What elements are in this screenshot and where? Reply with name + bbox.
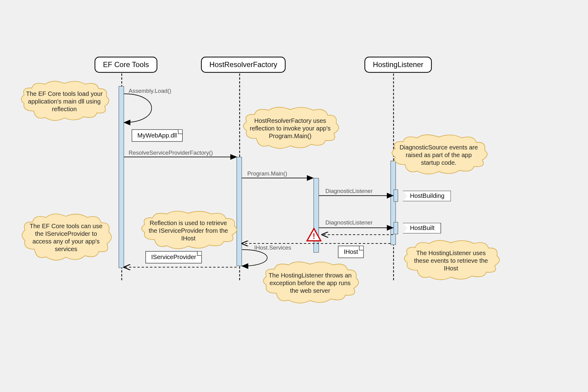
activation-program-main <box>314 178 319 253</box>
flag-hostbuilding: HostBuilding <box>403 191 451 202</box>
participant-hosting-listener: HostingListener <box>364 57 432 73</box>
participant-ef-core-tools: EF Core Tools <box>95 57 157 73</box>
cloud-retrieve-ihost: The HostingListener uses these events to… <box>401 240 501 282</box>
arrows-overlay: ! <box>0 0 588 392</box>
participant-label: HostResolverFactory <box>209 61 277 69</box>
cloud-text: Reflection is used to retrieve the IServ… <box>146 219 231 242</box>
activation-ef-core <box>119 86 124 268</box>
msg-resolve-factory: ResolveServiceProviderFactory() <box>129 149 213 156</box>
msg-assembly-load: Assembly.Load() <box>129 87 171 94</box>
msg-diag2: DiagnosticListener <box>326 219 373 225</box>
participant-host-resolver-factory: HostResolverFactory <box>201 57 286 73</box>
cloud-text: The HostingListener throws an exception … <box>268 272 352 295</box>
activation-hostbuilding <box>394 190 398 202</box>
cloud-text: The EF Core tools load your application'… <box>25 90 104 113</box>
sequence-diagram: EF Core Tools HostResolverFactory Hostin… <box>0 0 588 392</box>
flag-label: HostBuilding <box>410 193 444 199</box>
note-label: IHost <box>344 248 358 255</box>
note-mywebapp: MyWebApp.dll <box>132 130 183 142</box>
participant-label: HostingListener <box>373 61 424 69</box>
note-label: MyWebApp.dll <box>138 132 177 138</box>
flag-label: HostBuilt <box>410 225 435 231</box>
cloud-load-dll: The EF Core tools load your application'… <box>18 81 110 123</box>
cloud-access-services: The EF Core tools can use the IServicePr… <box>19 213 113 263</box>
cloud-reflection-retrieve: Reflection is used to retrieve the IServ… <box>139 211 238 251</box>
msg-program-main: Program.Main() <box>247 170 287 176</box>
cloud-text: HostResolverFactory uses reflection to i… <box>248 117 332 140</box>
note-iserviceprovider: IServiceProvider <box>145 251 202 263</box>
participant-label: EF Core Tools <box>103 61 149 69</box>
msg-ihost-services: IHost.Services <box>254 244 291 251</box>
cloud-reflection-invoke: HostResolverFactory uses reflection to i… <box>240 107 340 151</box>
cloud-diagnostic-events: DiagnosticSource events are raised as pa… <box>389 134 488 176</box>
note-label: IServiceProvider <box>151 254 196 260</box>
cloud-throws-exception: The HostingListener throws an exception … <box>260 261 360 305</box>
cloud-text: The HostingListener uses these events to… <box>409 249 493 272</box>
note-ihost: IHost <box>338 246 364 258</box>
cloud-text: DiagnosticSource events are raised as pa… <box>396 144 481 167</box>
msg-diag1: DiagnosticListener <box>326 188 373 194</box>
cloud-text: The EF Core tools can use the IServicePr… <box>26 222 106 253</box>
flag-hostbuilt: HostBuilt <box>403 223 441 234</box>
activation-hostbuilt <box>394 222 398 234</box>
